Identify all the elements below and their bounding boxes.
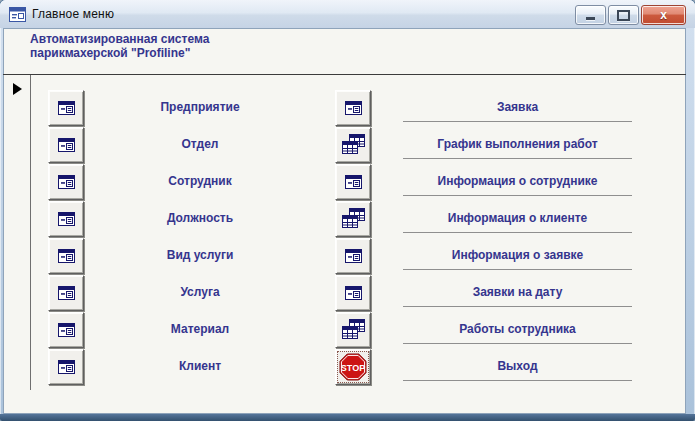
menu-label: Заявки на дату [375, 284, 660, 301]
form-client-area: Автоматизированная система парикмахерско… [3, 28, 686, 414]
menu-label: Сотрудник [100, 173, 300, 190]
form-icon [344, 285, 363, 301]
label-underline [403, 343, 632, 344]
form-window-icon [9, 7, 26, 22]
report-icon [341, 208, 366, 231]
form-detail-section: Предприятие Заявка Отдел График выполнен… [3, 75, 686, 390]
menu-label: Заявка [375, 99, 660, 116]
report-icon [341, 134, 366, 157]
report-icon [341, 319, 366, 342]
menu-button-sotrudnik[interactable] [48, 164, 84, 200]
form-icon [57, 174, 76, 190]
menu-label: Отдел [100, 136, 300, 153]
label-underline [403, 195, 632, 196]
menu-row: Сотрудник Информация о сотруднике [3, 164, 686, 201]
form-icon [57, 248, 76, 264]
window-controls: x [575, 5, 686, 25]
form-icon [344, 100, 363, 116]
menu-row: Должность Информация о клиенте [3, 201, 686, 238]
minimize-button[interactable] [575, 5, 606, 25]
menu-button-grafik-rabot[interactable] [335, 127, 371, 163]
form-icon [344, 248, 363, 264]
exit-button[interactable]: STOP [335, 349, 371, 385]
stop-icon: STOP [338, 352, 368, 382]
menu-label: Информация о заявке [375, 247, 660, 264]
menu-button-predpriyatie[interactable] [48, 90, 84, 126]
menu-row: Клиент STOP Выход [3, 349, 686, 386]
form-icon [57, 359, 76, 375]
menu-row: Материал Работы сотрудника [3, 312, 686, 349]
menu-button-info-zayavka[interactable] [335, 238, 371, 274]
menu-label: Услуга [100, 284, 300, 301]
form-icon [57, 322, 76, 338]
menu-button-zayavka[interactable] [335, 90, 371, 126]
menu-button-raboty-sotrudnika[interactable] [335, 312, 371, 348]
menu-row: Услуга Заявки на дату [3, 275, 686, 312]
menu-button-klient[interactable] [48, 349, 84, 385]
form-icon [57, 285, 76, 301]
window-bottom-border [0, 414, 695, 421]
window-title: Главное меню [32, 7, 114, 21]
minimize-icon [586, 17, 595, 20]
form-icon [57, 137, 76, 153]
titlebar[interactable]: Главное меню x [0, 0, 695, 28]
menu-button-info-klient[interactable] [335, 201, 371, 237]
menu-button-vid-uslugi[interactable] [48, 238, 84, 274]
menu-row: Предприятие Заявка [3, 90, 686, 127]
menu-label: График выполнения работ [375, 136, 660, 153]
menu-button-dolzhnost[interactable] [48, 201, 84, 237]
menu-label: Предприятие [100, 99, 300, 116]
menu-button-material[interactable] [48, 312, 84, 348]
form-icon [57, 211, 76, 227]
menu-row: Вид услуги Информация о заявке [3, 238, 686, 275]
menu-label: Клиент [100, 358, 300, 375]
label-underline [403, 380, 632, 381]
maximize-icon [617, 10, 630, 21]
menu-label: Информация о клиенте [375, 210, 660, 227]
menu-button-otdel[interactable] [48, 127, 84, 163]
form-icon [57, 100, 76, 116]
menu-label: Работы сотрудника [375, 321, 660, 338]
maximize-button[interactable] [608, 5, 639, 25]
menu-button-usluga[interactable] [48, 275, 84, 311]
menu-button-zayavki-na-datu[interactable] [335, 275, 371, 311]
close-icon: x [660, 9, 667, 21]
menu-label: Информация о сотруднике [375, 173, 660, 190]
form-header: Автоматизированная система парикмахерско… [3, 28, 686, 74]
svg-text:STOP: STOP [341, 363, 365, 373]
close-button[interactable]: x [641, 5, 686, 25]
menu-label: Материал [100, 321, 300, 338]
label-underline [403, 269, 632, 270]
form-icon [344, 174, 363, 190]
label-underline [403, 121, 632, 122]
menu-label: Должность [100, 210, 300, 227]
menu-button-info-sotrudnik[interactable] [335, 164, 371, 200]
main-menu-window: Главное меню x Автоматизированная систем… [0, 0, 695, 421]
menu-label: Выход [375, 358, 660, 375]
menu-row: Отдел График выполнения работ [3, 127, 686, 164]
menu-label: Вид услуги [100, 247, 300, 264]
label-underline [403, 306, 632, 307]
form-title-label: Автоматизированная система парикмахерско… [30, 32, 270, 60]
label-underline [403, 232, 632, 233]
label-underline [403, 158, 632, 159]
